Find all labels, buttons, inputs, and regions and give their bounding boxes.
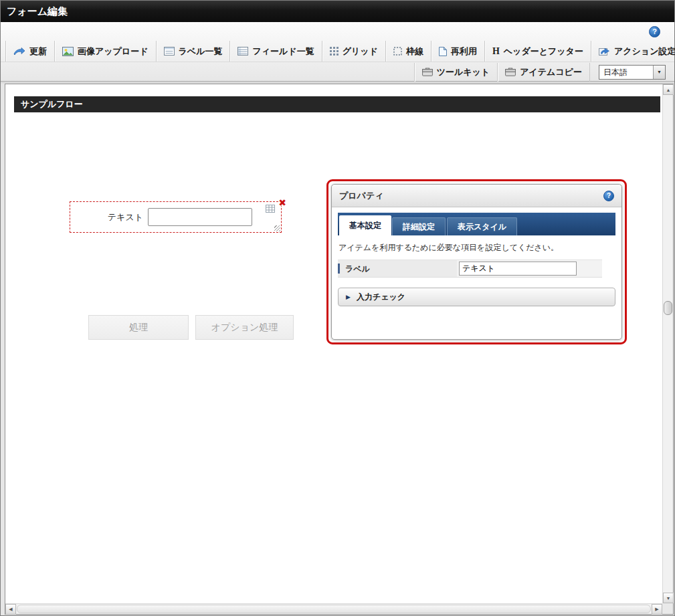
field-list-icon xyxy=(237,47,248,56)
toolbar: ? 更新 画像アップロード ラベル一覧 xyxy=(1,22,674,82)
item-delete-icon[interactable]: ✖ xyxy=(278,197,286,208)
language-select[interactable]: 日本語 ▼ xyxy=(599,65,666,80)
tab-detail-settings[interactable]: 詳細設定 xyxy=(392,217,446,235)
scroll-up-glyph: ▲ xyxy=(666,88,671,92)
vertical-scrollbar[interactable]: ▲ ▼ xyxy=(662,84,673,603)
field-list-button[interactable]: フィールド一覧 xyxy=(229,41,321,62)
properties-description: アイテムを利用するために必要な項目を設定してください。 xyxy=(339,242,615,253)
scroll-left-button[interactable]: ◀ xyxy=(5,604,16,615)
dropdown-arrow-icon[interactable]: ▼ xyxy=(653,66,665,79)
label-field-input[interactable] xyxy=(459,262,577,276)
text-item-label: テキスト xyxy=(70,211,148,223)
item-resize-handle[interactable] xyxy=(274,225,280,231)
action-settings-button[interactable]: アクション設定 xyxy=(591,41,675,62)
toolkit-icon xyxy=(422,68,433,76)
properties-panel-body: 基本設定 詳細設定 表示スタイル アイテムを利用するために必要な項目を設定してく… xyxy=(332,207,621,339)
image-upload-button-label: 画像アップロード xyxy=(78,45,149,58)
item-copy-button-label: アイテムコピー xyxy=(520,66,582,78)
toolbar-row-2: ツールキット アイテムコピー 日本語 ▼ xyxy=(1,62,674,82)
tab-display-style[interactable]: 表示スタイル xyxy=(447,217,517,235)
header-footer-button-label: ヘッダーとフッター xyxy=(504,45,583,58)
scroll-right-glyph: ▶ xyxy=(655,607,658,612)
horizontal-scrollbar[interactable]: ◀ ▶ xyxy=(5,603,662,614)
scroll-right-button[interactable]: ▶ xyxy=(652,604,662,615)
grid-icon xyxy=(330,47,339,56)
scroll-up-button[interactable]: ▲ xyxy=(663,84,674,95)
form-editor-window: フォーム編集 ? 更新 画像アップロード ラベル一 xyxy=(0,0,675,616)
image-upload-button[interactable]: 画像アップロード xyxy=(54,41,156,62)
dropdown-arrow-glyph: ▼ xyxy=(657,70,662,74)
label-list-button-label: ラベル一覧 xyxy=(179,45,223,58)
border-icon xyxy=(393,47,402,56)
header-footer-icon: H xyxy=(492,46,500,57)
tab-basic-settings[interactable]: 基本設定 xyxy=(339,215,391,235)
grid-button[interactable]: グリッド xyxy=(322,41,385,62)
toolkit-button[interactable]: ツールキット xyxy=(414,63,498,82)
form-canvas[interactable]: サンプルフロー テキスト ✖ 処理 オプション処理 プロパティ ? xyxy=(5,84,662,603)
selected-text-item[interactable]: テキスト ✖ xyxy=(70,201,282,233)
collapse-arrow-icon: ▶ xyxy=(346,294,351,300)
title-bar: フォーム編集 xyxy=(1,1,674,22)
properties-panel-title: プロパティ xyxy=(339,190,384,202)
help-icon[interactable]: ? xyxy=(649,26,660,37)
action-settings-button-label: アクション設定 xyxy=(614,45,675,58)
update-button[interactable]: 更新 xyxy=(5,41,54,62)
image-upload-icon xyxy=(62,47,74,56)
reuse-button-label: 再利用 xyxy=(451,45,477,58)
border-button[interactable]: 枠線 xyxy=(385,41,431,62)
flow-title: サンプルフロー xyxy=(21,99,83,109)
text-item-input[interactable] xyxy=(148,208,252,226)
grid-button-label: グリッド xyxy=(343,45,378,58)
page-title: フォーム編集 xyxy=(7,5,68,17)
process-button[interactable]: 処理 xyxy=(88,315,189,340)
label-field-name: ラベル xyxy=(338,260,457,277)
item-copy-icon xyxy=(505,68,516,76)
label-field-row: ラベル xyxy=(338,260,602,278)
label-list-button[interactable]: ラベル一覧 xyxy=(156,41,230,62)
properties-tabbar: 基本設定 詳細設定 表示スタイル xyxy=(338,213,615,235)
properties-panel: プロパティ ? 基本設定 詳細設定 表示スタイル アイテムを利用するために必要な… xyxy=(331,184,622,340)
item-copy-button[interactable]: アイテムコピー xyxy=(497,63,590,82)
toolkit-button-label: ツールキット xyxy=(437,66,490,78)
vertical-scroll-thumb[interactable] xyxy=(664,301,672,315)
toolbar-row-1: 更新 画像アップロード ラベル一覧 フィールド一覧 xyxy=(1,41,674,62)
header-footer-button[interactable]: H ヘッダーとフッター xyxy=(484,41,591,62)
reuse-button[interactable]: 再利用 xyxy=(431,41,484,62)
scroll-down-glyph: ▼ xyxy=(666,596,671,601)
input-check-label: 入力チェック xyxy=(357,292,405,303)
editor-main-frame: サンプルフロー テキスト ✖ 処理 オプション処理 プロパティ ? xyxy=(5,84,674,615)
horizontal-scroll-thumb[interactable] xyxy=(17,605,651,613)
label-list-icon xyxy=(164,47,175,56)
option-process-button[interactable]: オプション処理 xyxy=(195,315,294,340)
language-select-value: 日本語 xyxy=(603,66,628,79)
action-settings-icon xyxy=(599,47,610,56)
border-button-label: 枠線 xyxy=(406,45,423,58)
update-icon xyxy=(13,47,25,56)
update-button-label: 更新 xyxy=(29,45,47,58)
scrollbar-corner xyxy=(662,603,673,614)
field-list-button-label: フィールド一覧 xyxy=(252,45,314,58)
properties-help-icon[interactable]: ? xyxy=(603,191,614,201)
scroll-down-button[interactable]: ▼ xyxy=(663,593,674,603)
help-row: ? xyxy=(1,22,674,41)
properties-panel-header: プロパティ ? xyxy=(332,185,621,207)
item-handle-icon[interactable] xyxy=(266,203,275,215)
input-check-section[interactable]: ▶ 入力チェック xyxy=(338,288,615,306)
scroll-left-glyph: ◀ xyxy=(9,607,12,612)
reuse-icon xyxy=(439,47,447,56)
properties-highlight-outline: プロパティ ? 基本設定 詳細設定 表示スタイル アイテムを利用するために必要な… xyxy=(326,179,627,344)
flow-title-bar: サンプルフロー xyxy=(14,96,660,112)
